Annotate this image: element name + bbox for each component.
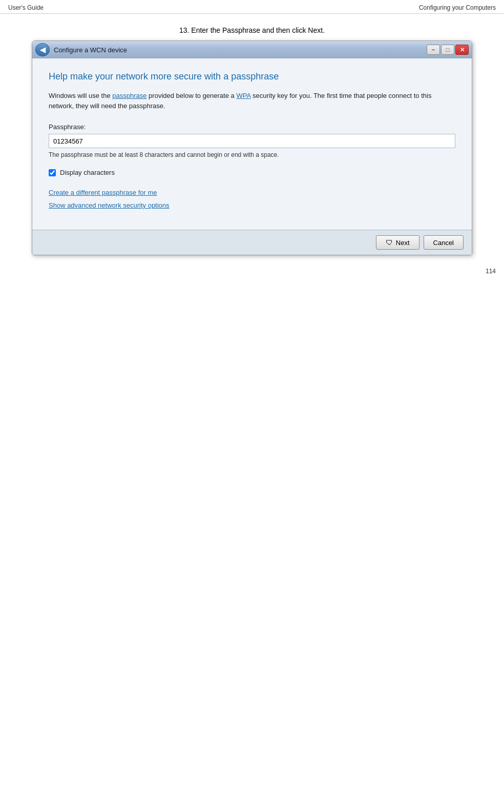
dialog-content: Help make your network more secure with …: [32, 58, 472, 230]
dialog-heading: Help make your network more secure with …: [49, 71, 455, 83]
cancel-label: Cancel: [433, 239, 454, 247]
dialog-footer: 🛡 Next Cancel: [32, 230, 472, 255]
page-header: User's Guide Configuring your Computers: [0, 0, 504, 14]
close-button[interactable]: ✕: [455, 45, 469, 55]
dialog-title: Configure a WCN device: [54, 46, 127, 54]
instruction-text: 13. Enter the Passphrase and then click …: [0, 26, 504, 34]
passphrase-input[interactable]: [49, 134, 455, 148]
passphrase-hint: The passphrase must be at least 8 charac…: [49, 151, 455, 158]
title-bar-left: ◀ Configure a WCN device: [35, 43, 127, 56]
maximize-button[interactable]: □: [441, 45, 454, 55]
page-number: 114: [486, 268, 496, 275]
back-icon: ◀: [40, 46, 46, 54]
dialog-description: Windows will use the passphrase provided…: [49, 91, 455, 111]
header-left: User's Guide: [8, 4, 44, 11]
create-passphrase-link[interactable]: Create a different passphrase for me: [49, 189, 455, 196]
next-button[interactable]: 🛡 Next: [376, 235, 419, 250]
display-characters-label[interactable]: Display characters: [60, 169, 115, 176]
back-button[interactable]: ◀: [35, 43, 50, 56]
passphrase-label: Passphrase:: [49, 123, 455, 131]
display-characters-checkbox[interactable]: [49, 169, 56, 176]
title-bar: ◀ Configure a WCN device − □ ✕: [32, 41, 472, 58]
display-characters-row: Display characters: [49, 169, 455, 176]
minimize-button[interactable]: −: [427, 45, 440, 55]
cancel-button[interactable]: Cancel: [424, 235, 464, 250]
advanced-network-link[interactable]: Show advanced network security options: [49, 201, 455, 209]
passphrase-link[interactable]: passphrase: [112, 92, 146, 99]
wpa-link[interactable]: WPA: [236, 92, 250, 99]
header-right: Configuring your Computers: [419, 4, 496, 11]
dialog-wrapper: ◀ Configure a WCN device − □ ✕ Help make…: [32, 40, 472, 255]
next-label: Next: [396, 239, 410, 247]
links-section: Create a different passphrase for me Sho…: [49, 189, 455, 209]
next-icon: 🛡: [386, 238, 393, 247]
page-footer: 114: [0, 263, 504, 279]
title-bar-controls: − □ ✕: [427, 45, 469, 55]
configure-wcn-dialog: ◀ Configure a WCN device − □ ✕ Help make…: [32, 40, 472, 255]
